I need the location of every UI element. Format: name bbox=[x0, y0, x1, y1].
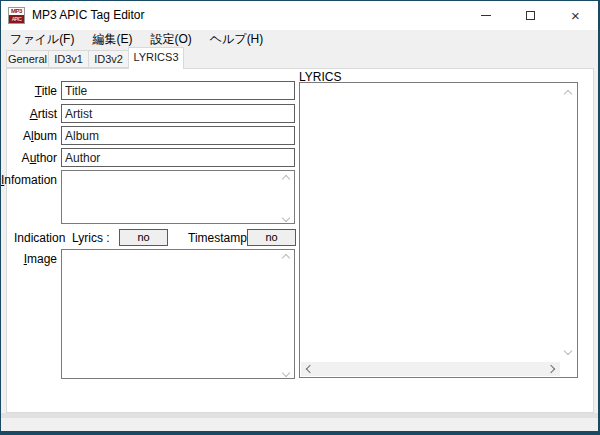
menu-settings[interactable]: 設定(O) bbox=[141, 30, 200, 48]
artist-input[interactable] bbox=[61, 104, 295, 123]
app-icon-text-bottom: APIC bbox=[9, 15, 24, 23]
image-textarea[interactable] bbox=[61, 249, 295, 379]
window-controls: × bbox=[463, 1, 598, 30]
title-bar: MP3 APIC MP3 APIC Tag Editor × bbox=[1, 1, 598, 30]
close-icon: × bbox=[571, 1, 580, 30]
lyrics-textarea[interactable] bbox=[300, 83, 561, 361]
infomation-label: Infomation bbox=[1, 173, 57, 187]
maximize-button[interactable] bbox=[508, 1, 553, 30]
indication-lyrics-button[interactable]: no bbox=[119, 229, 168, 246]
tab-general[interactable]: General bbox=[6, 50, 49, 68]
author-label: Author bbox=[22, 151, 57, 165]
indication-lyrics-label: Lyrics : bbox=[72, 231, 110, 245]
menu-edit[interactable]: 編集(E) bbox=[83, 30, 141, 48]
indication-timestamp-button[interactable]: no bbox=[247, 229, 296, 246]
app-window: MP3 APIC MP3 APIC Tag Editor × ファイル(F) 編… bbox=[0, 0, 600, 435]
title-input[interactable] bbox=[61, 81, 295, 100]
menu-bar: ファイル(F) 編集(E) 設定(O) ヘルプ(H) bbox=[1, 30, 598, 48]
tab-id3v2[interactable]: ID3v2 bbox=[88, 50, 129, 68]
album-label: Album bbox=[23, 129, 57, 143]
album-input[interactable] bbox=[61, 126, 295, 145]
title-label: Title bbox=[35, 84, 57, 98]
lyrics-horizontal-scrollbar[interactable] bbox=[301, 362, 560, 376]
lyrics-scroll-right-icon bbox=[547, 365, 555, 373]
menu-help[interactable]: ヘルプ(H) bbox=[201, 30, 273, 48]
minimize-button[interactable] bbox=[463, 1, 508, 30]
menu-file[interactable]: ファイル(F) bbox=[1, 30, 83, 48]
app-icon-text-top: MP3 bbox=[9, 8, 24, 15]
author-input[interactable] bbox=[61, 148, 295, 167]
indication-timestamp-label: Timestamp : bbox=[188, 231, 254, 245]
window-title: MP3 APIC Tag Editor bbox=[32, 1, 145, 30]
image-label: Image bbox=[24, 252, 57, 266]
maximize-icon bbox=[526, 11, 535, 20]
lyrics3-tab-page: Title Artist Album Author Infomation Ind… bbox=[6, 68, 594, 413]
bottom-band bbox=[1, 413, 598, 418]
tab-lyrics3[interactable]: LYRICS3 bbox=[128, 47, 184, 69]
minimize-icon bbox=[481, 15, 491, 16]
lyrics-scroll-left-icon bbox=[306, 365, 314, 373]
app-icon: MP3 APIC bbox=[8, 7, 25, 24]
lyrics-box[interactable] bbox=[299, 82, 578, 378]
indication-label: Indication bbox=[14, 231, 65, 245]
artist-label: Artist bbox=[30, 107, 57, 121]
lyrics-scroll-up-icon bbox=[564, 90, 572, 98]
close-button[interactable]: × bbox=[553, 1, 598, 30]
lyrics-vertical-scrollbar[interactable] bbox=[561, 83, 577, 361]
lyrics-scroll-down-icon bbox=[564, 347, 572, 355]
tab-id3v1[interactable]: ID3v1 bbox=[48, 50, 89, 68]
infomation-textarea[interactable] bbox=[61, 170, 295, 224]
